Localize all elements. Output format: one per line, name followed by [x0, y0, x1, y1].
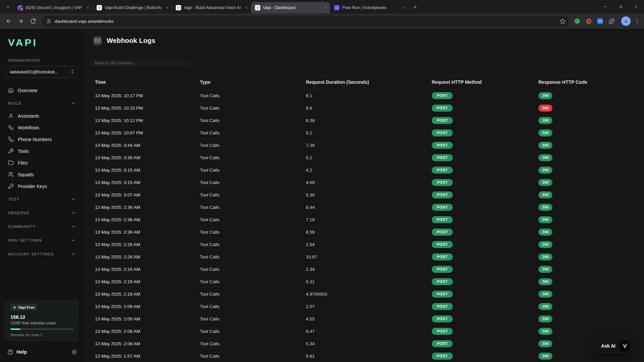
tab-close-icon[interactable]	[322, 5, 328, 11]
table-row[interactable]: 13 May 2025: 3:39 AMTool Calls5.1POST200	[90, 152, 638, 164]
cell-method: POST	[432, 253, 538, 260]
tab-close-icon[interactable]	[401, 5, 407, 11]
vapi-favicon	[97, 5, 102, 10]
extensions-puzzle-icon[interactable]	[606, 16, 616, 26]
vapi-dashboard: VAPI ORGANIZATION iadeleke001@foxholisti…	[0, 29, 644, 362]
profile-avatar[interactable]: c	[621, 16, 631, 26]
table-row[interactable]: 13 May 2025: 2:19 AMTool Calls2.34POST20…	[90, 263, 638, 276]
table-row[interactable]: 13 May 2025: 2:36 AMTool Calls7.16POST20…	[90, 214, 638, 226]
http-status-badge: 200	[538, 216, 552, 223]
sidebar-item-tools[interactable]: Tools	[3, 145, 80, 157]
sidebar-section-community[interactable]: COMMUNITY	[3, 220, 80, 233]
http-status-badge: 200	[538, 204, 552, 211]
table-row[interactable]: 13 May 2025: 10:07 PMTool Calls5.2POST20…	[90, 127, 638, 139]
forward-button[interactable]	[15, 16, 26, 26]
reload-button[interactable]	[28, 16, 38, 26]
url-text[interactable]: dashboard.vapi.ai/webhooks	[55, 19, 556, 24]
site-settings-icon[interactable]	[46, 19, 51, 24]
table-row[interactable]: 13 May 2025: 2:09 AMTool Calls2.07POST20…	[90, 300, 638, 313]
table-row[interactable]: 13 May 2025: 10:15 PMTool Calls9.8POST50…	[90, 102, 638, 114]
cell-code: 200	[538, 315, 633, 322]
sidebar: VAPI ORGANIZATION iadeleke001@foxholisti…	[0, 29, 84, 362]
sidebar-section-org-settings[interactable]: ORG SETTINGS	[3, 233, 80, 247]
sidebar-item-phone-numbers[interactable]: Phone Numbers	[3, 133, 80, 145]
sidebar-item-assistants[interactable]: Assistants	[3, 110, 80, 122]
table-row[interactable]: 13 May 2025: 2:28 AMTool Calls10.97POST2…	[90, 251, 638, 263]
sidebar-section-observe[interactable]: OBSERVE	[3, 206, 80, 220]
column-header[interactable]: Type	[200, 79, 306, 85]
tab-close-icon[interactable]	[85, 5, 91, 11]
chevron-up-icon	[71, 101, 76, 106]
sidebar-item-provider-keys[interactable]: Provider Keys	[3, 180, 80, 192]
table-row[interactable]: 13 May 2025: 10:17 PMTool Calls8.1POST20…	[90, 89, 638, 102]
sidebar-section-account-settings[interactable]: ACCOUNT SETTINGS	[3, 247, 80, 261]
chevron-down-icon	[71, 210, 76, 215]
extension-blue-icon[interactable]	[595, 16, 605, 26]
extension-green-icon[interactable]	[572, 16, 582, 26]
cell-type: Tool Calls	[200, 279, 306, 284]
sidebar-item-files[interactable]: Files	[3, 157, 80, 169]
column-header[interactable]: Request Duration (Seconds)	[306, 79, 432, 85]
sidebar-item-overview[interactable]: Overview	[3, 84, 80, 96]
close-button[interactable]	[629, 0, 644, 13]
table-row[interactable]: 13 May 2025: 2:09 AMTool Calls4.55POST20…	[90, 313, 638, 325]
table-row[interactable]: 13 May 2025: 2:19 AMTool Calls5.31POST20…	[90, 276, 638, 288]
sidebar-section-build[interactable]: BUILD	[3, 96, 80, 110]
table-row[interactable]: 13 May 2025: 1:57 AMTool Calls5.61POST20…	[90, 350, 638, 362]
browser-tab[interactable]: Vapi - Dashboard	[251, 2, 330, 13]
sidebar-item-squads[interactable]: Squads	[3, 169, 80, 180]
tab-search-button[interactable]	[3, 2, 13, 12]
cell-type: Tool Calls	[200, 155, 306, 160]
organization-selector[interactable]: iadeleke001@foxholisti...	[5, 66, 78, 78]
browser-tab[interactable]: Vapi - Build Advanced Voice AI	[172, 2, 251, 13]
http-status-badge: 200	[538, 229, 552, 236]
tab-close-icon[interactable]	[164, 5, 170, 11]
maximize-button[interactable]	[613, 0, 629, 13]
table-row[interactable]: 13 May 2025: 2:28 AMTool Calls2.54POST20…	[90, 238, 638, 251]
table-row[interactable]: 13 May 2025: 3:07 AMTool Calls5.39POST20…	[90, 189, 638, 201]
gear-icon[interactable]	[71, 349, 77, 355]
column-header[interactable]: Request HTTP Method	[432, 79, 538, 85]
cell-type: Tool Calls	[200, 316, 306, 321]
browser-tab[interactable]: Vapi Build Challenge | Build the	[93, 2, 172, 13]
http-status-badge: 200	[538, 340, 552, 347]
chevron-down-icon	[71, 238, 76, 243]
table-row[interactable]: 13 May 2025: 2:36 AMTool Calls8.44POST20…	[90, 201, 638, 214]
table-row[interactable]: 13 May 2025: 3:15 AMTool Calls4.2POST200	[90, 164, 638, 176]
url-bar[interactable]: dashboard.vapi.ai/webhooks	[42, 16, 569, 27]
cell-method: POST	[432, 328, 538, 335]
search-input[interactable]	[90, 60, 190, 66]
column-header[interactable]: Response HTTP Code	[538, 79, 633, 85]
http-method-badge: POST	[432, 92, 453, 99]
sidebar-section-test[interactable]: TEST	[3, 192, 80, 206]
table-row[interactable]: 13 May 2025: 2:19 AMTool Calls4.9700003P…	[90, 288, 638, 300]
cell-code: 200	[538, 191, 633, 198]
cell-duration: 9.8	[306, 106, 432, 111]
table-row[interactable]: 13 May 2025: 3:44 AMTool Calls7.38POST20…	[90, 139, 638, 152]
sidebar-item-workflows[interactable]: Workflows	[3, 122, 80, 133]
squads-icon	[8, 172, 14, 177]
back-button[interactable]	[3, 16, 14, 26]
tab-close-icon[interactable]	[243, 5, 249, 11]
browser-tab[interactable]: Flow Run | Activepieces	[330, 2, 409, 13]
cell-duration: 10.97	[306, 254, 432, 259]
extension-orange-icon[interactable]	[584, 16, 594, 26]
column-header[interactable]: Time	[95, 79, 200, 85]
table-row[interactable]: 13 May 2025: 2:36 AMTool Calls8.59POST20…	[90, 226, 638, 238]
tab-title: Vapi Build Challenge | Build the	[105, 5, 161, 10]
table-row[interactable]: 13 May 2025: 2:08 AMTool Calls5.34POST20…	[90, 338, 638, 350]
minimize-button[interactable]	[598, 0, 613, 13]
table-row[interactable]: 13 May 2025: 10:12 PMTool Calls8.38POST2…	[90, 114, 638, 127]
table-row[interactable]: 13 May 2025: 2:08 AMTool Calls8.47POST20…	[90, 325, 638, 338]
tab-title: (829) Discord | #support | VAPI	[25, 5, 82, 10]
ask-ai-button[interactable]: Ask AI	[595, 339, 633, 353]
cell-method: POST	[432, 291, 538, 298]
browser-menu-icon[interactable]	[633, 16, 641, 26]
chevron-down-icon	[71, 252, 76, 256]
new-tab-button[interactable]	[411, 2, 420, 12]
browser-tab[interactable]: (829) Discord | #support | VAPI	[13, 2, 93, 13]
bookmark-star-icon[interactable]	[560, 18, 566, 24]
table-row[interactable]: 13 May 2025: 3:15 AMTool Calls4.89POST20…	[90, 176, 638, 189]
cell-type: Tool Calls	[200, 130, 306, 135]
help-button[interactable]: Help	[7, 349, 27, 355]
